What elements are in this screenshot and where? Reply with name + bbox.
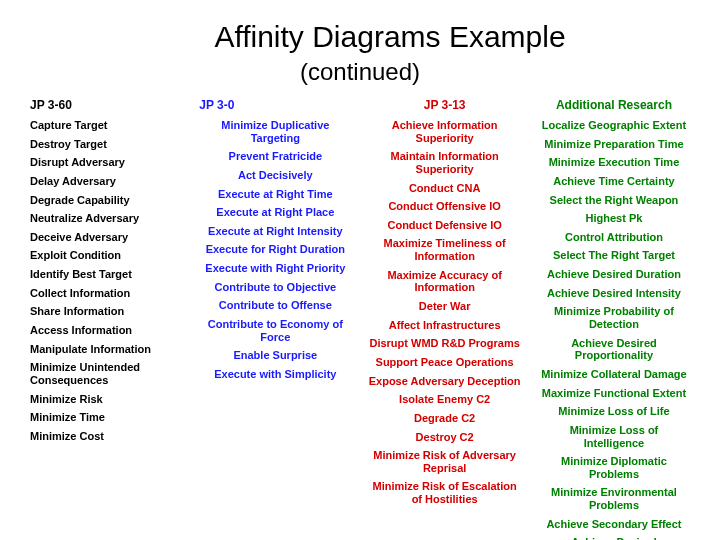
column-items: Achieve Information SuperiorityMaintain …: [367, 116, 523, 509]
slide: Affinity Diagrams Example (continued) JP…: [0, 0, 720, 540]
list-item: Disrupt Adversary: [28, 156, 184, 169]
affinity-column: JP 3-13Achieve Information SuperiorityMa…: [367, 98, 523, 540]
list-item: Conduct Offensive IO: [367, 200, 523, 213]
list-item: Achieve Time Certainty: [536, 175, 692, 188]
list-item: Exploit Condition: [28, 249, 184, 262]
list-item: Select the Right Weapon: [536, 194, 692, 207]
list-item: Enable Surprise: [197, 349, 353, 362]
list-item: Minimize Collateral Damage: [536, 368, 692, 381]
list-item: Highest Pk: [536, 212, 692, 225]
list-item: Maximize Timeliness of Information: [367, 237, 523, 262]
affinity-column: JP 3-0Minimize Duplicative TargetingPrev…: [197, 98, 353, 540]
column-header: Additional Research: [536, 98, 692, 112]
list-item: Destroy C2: [367, 431, 523, 444]
list-item: Neutralize Adversary: [28, 212, 184, 225]
list-item: Expose Adversary Deception: [367, 375, 523, 388]
list-item: Share Information: [28, 305, 184, 318]
list-item: Minimize Preparation Time: [536, 138, 692, 151]
list-item: Minimize Time: [28, 411, 184, 424]
list-item: Deceive Adversary: [28, 231, 184, 244]
list-item: Identify Best Target: [28, 268, 184, 281]
list-item: Contribute to Offense: [197, 299, 353, 312]
list-item: Conduct CNA: [367, 182, 523, 195]
affinity-column: JP 3-60Capture TargetDestroy TargetDisru…: [28, 98, 184, 540]
column-items: Localize Geographic ExtentMinimize Prepa…: [536, 116, 692, 540]
list-item: Achieve Desired Proportionality: [536, 337, 692, 362]
list-item: Conduct Defensive IO: [367, 219, 523, 232]
column-items: Minimize Duplicative TargetingPrevent Fr…: [197, 116, 353, 384]
list-item: Minimize Unintended Consequences: [28, 361, 184, 386]
list-item: Execute with Simplicity: [197, 368, 353, 381]
list-item: Maintain Information Superiority: [367, 150, 523, 175]
column-items: Capture TargetDestroy TargetDisrupt Adve…: [28, 116, 184, 446]
list-item: Act Decisively: [197, 169, 353, 182]
list-item: Deter War: [367, 300, 523, 313]
list-item: Affect Infrastructures: [367, 319, 523, 332]
list-item: Contribute to Economy of Force: [197, 318, 353, 343]
column-header: JP 3-60: [28, 98, 184, 112]
list-item: Manipulate Information: [28, 343, 184, 356]
list-item: Minimize Diplomatic Problems: [536, 455, 692, 480]
list-item: Capture Target: [28, 119, 184, 132]
list-item: Collect Information: [28, 287, 184, 300]
list-item: Minimize Cost: [28, 430, 184, 443]
list-item: Access Information: [28, 324, 184, 337]
list-item: Achieve Desired Reconstitution Time: [536, 536, 692, 540]
list-item: Destroy Target: [28, 138, 184, 151]
list-item: Disrupt WMD R&D Programs: [367, 337, 523, 350]
list-item: Maximize Accuracy of Information: [367, 269, 523, 294]
list-item: Minimize Environmental Problems: [536, 486, 692, 511]
list-item: Isolate Enemy C2: [367, 393, 523, 406]
list-item: Execute at Right Place: [197, 206, 353, 219]
list-item: Achieve Desired Intensity: [536, 287, 692, 300]
list-item: Execute at Right Time: [197, 188, 353, 201]
list-item: Execute for Right Duration: [197, 243, 353, 256]
list-item: Degrade Capability: [28, 194, 184, 207]
list-item: Minimize Execution Time: [536, 156, 692, 169]
list-item: Localize Geographic Extent: [536, 119, 692, 132]
list-item: Minimize Duplicative Targeting: [197, 119, 353, 144]
affinity-column: Additional ResearchLocalize Geographic E…: [536, 98, 692, 540]
list-item: Minimize Loss of Life: [536, 405, 692, 418]
list-item: Execute at Right Intensity: [197, 225, 353, 238]
list-item: Minimize Risk: [28, 393, 184, 406]
list-item: Delay Adversary: [28, 175, 184, 188]
list-item: Contribute to Objective: [197, 281, 353, 294]
list-item: Minimize Probability of Detection: [536, 305, 692, 330]
list-item: Minimize Risk of Escalation of Hostiliti…: [367, 480, 523, 505]
list-item: Prevent Fratricide: [197, 150, 353, 163]
list-item: Degrade C2: [367, 412, 523, 425]
list-item: Achieve Information Superiority: [367, 119, 523, 144]
affinity-columns: JP 3-60Capture TargetDestroy TargetDisru…: [20, 98, 700, 540]
slide-subtitle: (continued): [20, 58, 700, 86]
list-item: Maximize Functional Extent: [536, 387, 692, 400]
list-item: Execute with Right Priority: [197, 262, 353, 275]
list-item: Select The Right Target: [536, 249, 692, 262]
list-item: Support Peace Operations: [367, 356, 523, 369]
list-item: Achieve Desired Duration: [536, 268, 692, 281]
list-item: Minimize Loss of Intelligence: [536, 424, 692, 449]
list-item: Achieve Secondary Effect: [536, 518, 692, 531]
column-header: JP 3-0: [197, 98, 353, 112]
list-item: Minimize Risk of Adversary Reprisal: [367, 449, 523, 474]
slide-title: Affinity Diagrams Example: [20, 20, 700, 54]
column-header: JP 3-13: [367, 98, 523, 112]
list-item: Control Attribution: [536, 231, 692, 244]
